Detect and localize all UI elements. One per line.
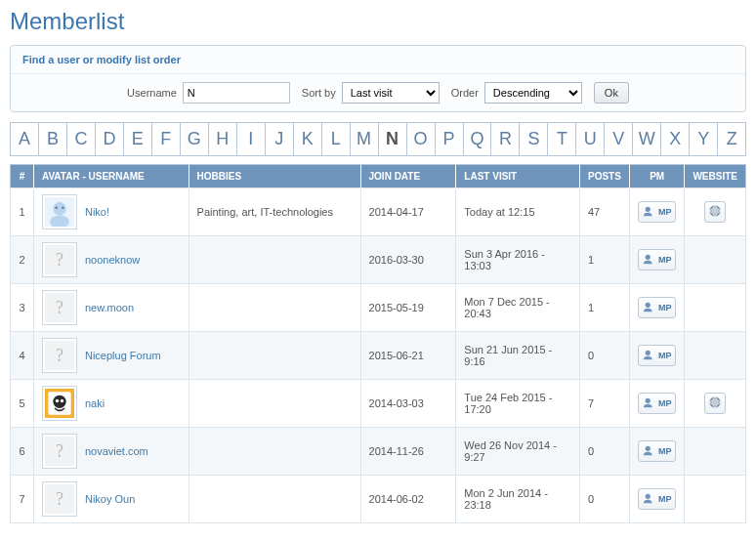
- alpha-link-v[interactable]: V: [605, 123, 633, 155]
- posts-cell: 0: [579, 332, 629, 380]
- username-link[interactable]: Nikoy Oun: [85, 493, 135, 505]
- pm-label: MP: [658, 351, 672, 360]
- alpha-link-g[interactable]: G: [181, 123, 209, 155]
- username-link[interactable]: Niceplug Forum: [85, 350, 161, 361]
- globe-icon: [708, 395, 722, 411]
- alpha-link-c[interactable]: C: [67, 123, 96, 155]
- svg-point-19: [646, 398, 651, 403]
- avatar-username-cell: ?novaviet.com: [33, 428, 189, 476]
- pm-button[interactable]: MP: [638, 249, 677, 270]
- alpha-link-h[interactable]: H: [209, 123, 237, 155]
- pm-cell: MP: [629, 428, 685, 476]
- alpha-link-o[interactable]: O: [407, 123, 436, 155]
- alpha-link-i[interactable]: I: [237, 123, 266, 155]
- pm-button[interactable]: MP: [638, 345, 677, 366]
- join-date-cell: 2014-04-17: [360, 188, 456, 236]
- website-link[interactable]: [704, 393, 726, 414]
- alpha-link-p[interactable]: P: [436, 123, 464, 155]
- username-link[interactable]: novaviet.com: [85, 445, 148, 457]
- row-number: 6: [11, 428, 34, 476]
- alpha-link-s[interactable]: S: [520, 123, 548, 155]
- alpha-nav: ABCDEFGHIJKLMNOPQRSTUVWXYZ: [10, 122, 746, 156]
- pm-cell: MP: [629, 332, 685, 380]
- username-link[interactable]: nooneknow: [85, 254, 140, 266]
- pm-button[interactable]: MP: [638, 393, 677, 414]
- table-row: 6?novaviet.com2014-11-26Wed 26 Nov 2014 …: [11, 428, 746, 476]
- table-row: 3?new.moon2015-05-19Mon 7 Dec 2015 - 20:…: [11, 284, 746, 332]
- username-link[interactable]: Niko!: [85, 206, 109, 218]
- alpha-link-w[interactable]: W: [633, 123, 661, 155]
- alpha-link-d[interactable]: D: [96, 123, 124, 155]
- pm-cell: MP: [629, 476, 685, 523]
- pm-button[interactable]: MP: [638, 201, 677, 223]
- website-cell: [685, 188, 746, 236]
- pm-button[interactable]: MP: [638, 488, 677, 510]
- row-number: 3: [11, 284, 34, 332]
- member-table: # AVATAR - USERNAME HOBBIES JOIN DATE LA…: [10, 164, 746, 523]
- svg-point-18: [61, 399, 63, 402]
- svg-point-12: [646, 303, 651, 308]
- username-label: Username: [127, 87, 177, 99]
- pm-label: MP: [658, 303, 672, 312]
- alpha-link-b[interactable]: B: [39, 123, 67, 155]
- avatar: ?: [42, 481, 77, 517]
- pm-button[interactable]: MP: [638, 297, 677, 318]
- filter-panel: Find a user or modify list order Usernam…: [10, 45, 746, 112]
- alpha-link-x[interactable]: X: [661, 123, 690, 155]
- join-date-cell: 2014-11-26: [360, 428, 456, 476]
- svg-point-5: [646, 207, 651, 212]
- alpha-link-l[interactable]: L: [322, 123, 351, 155]
- alpha-link-z[interactable]: Z: [718, 123, 745, 155]
- person-icon: [643, 252, 656, 268]
- alpha-link-y[interactable]: Y: [690, 123, 718, 155]
- username-link[interactable]: naki: [85, 397, 105, 409]
- alpha-link-e[interactable]: E: [124, 123, 152, 155]
- person-icon: [643, 348, 656, 363]
- row-number: 2: [11, 236, 34, 284]
- posts-cell: 0: [579, 476, 629, 523]
- alpha-link-a[interactable]: A: [11, 123, 39, 155]
- th-visit: LAST VISIT: [456, 165, 580, 188]
- filter-sortby-group: Sort by Last visit: [302, 82, 440, 104]
- pm-button[interactable]: MP: [638, 440, 677, 462]
- sortby-select[interactable]: Last visit: [342, 82, 440, 104]
- avatar: [42, 194, 77, 229]
- table-row: 7?Nikoy Oun2014-06-02Mon 2 Jun 2014 - 23…: [11, 476, 746, 523]
- alpha-link-u[interactable]: U: [576, 123, 605, 155]
- th-posts: POSTS: [579, 165, 629, 188]
- sortby-label: Sort by: [302, 87, 336, 99]
- alpha-link-r[interactable]: R: [491, 123, 520, 155]
- posts-cell: 7: [579, 380, 629, 428]
- alpha-link-m[interactable]: M: [351, 123, 379, 155]
- hobbies-cell: Painting, art, IT-technologies: [189, 188, 360, 236]
- order-select[interactable]: Descending: [484, 82, 582, 104]
- username-link[interactable]: new.moon: [85, 302, 134, 313]
- pm-label: MP: [658, 398, 672, 408]
- alpha-link-f[interactable]: F: [152, 123, 181, 155]
- pm-cell: MP: [629, 380, 685, 428]
- last-visit-cell: Sun 21 Jun 2015 - 9:16: [456, 332, 580, 380]
- th-website: WEBSITE: [685, 165, 746, 188]
- alpha-link-q[interactable]: Q: [464, 123, 492, 155]
- svg-point-11: [646, 255, 651, 260]
- filter-heading: Find a user or modify list order: [11, 46, 745, 74]
- avatar: ?: [42, 338, 77, 373]
- person-icon: [643, 491, 656, 507]
- posts-cell: 1: [579, 236, 629, 284]
- pm-label: MP: [658, 207, 672, 217]
- join-date-cell: 2016-03-30: [360, 236, 456, 284]
- username-input[interactable]: [183, 82, 290, 104]
- pm-label: MP: [658, 494, 672, 504]
- last-visit-cell: Mon 7 Dec 2015 - 20:43: [456, 284, 580, 332]
- th-pm: PM: [629, 165, 685, 188]
- table-row: 1Niko!Painting, art, IT-technologies2014…: [11, 188, 746, 236]
- pm-cell: MP: [629, 236, 685, 284]
- svg-point-13: [646, 351, 651, 355]
- alpha-link-k[interactable]: K: [294, 123, 322, 155]
- avatar-username-cell: Niko!: [33, 188, 189, 236]
- alpha-link-n[interactable]: N: [379, 123, 407, 155]
- alpha-link-j[interactable]: J: [266, 123, 294, 155]
- alpha-link-t[interactable]: T: [548, 123, 576, 155]
- ok-button[interactable]: Ok: [594, 82, 629, 104]
- website-link[interactable]: [704, 201, 726, 223]
